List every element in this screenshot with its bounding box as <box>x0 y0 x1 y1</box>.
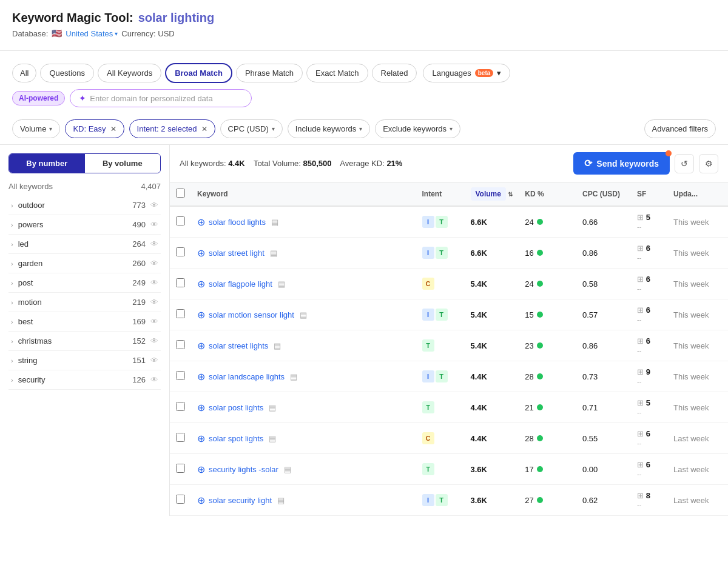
sidebar-item[interactable]: › best 169 👁 <box>8 312 161 332</box>
keyword-link[interactable]: ⊕ solar flagpole light ▤ <box>197 278 410 290</box>
row-checkbox[interactable] <box>176 495 185 504</box>
domain-input-wrapper[interactable]: ✦ Enter domain for personalized data <box>70 89 252 107</box>
tab-phrase-match[interactable]: Phrase Match <box>236 64 303 82</box>
intent-filter-clear[interactable]: ✕ <box>201 125 207 133</box>
serp-icon[interactable]: ⊞ <box>637 491 644 500</box>
serp-icon[interactable]: ⊞ <box>637 398 644 407</box>
keyword-link[interactable]: ⊕ solar spot lights ▤ <box>197 433 410 444</box>
tab-all-keywords[interactable]: All Keywords <box>98 64 161 82</box>
sidebar-item[interactable]: › christmas 152 👁 <box>8 332 161 351</box>
serp-icon[interactable]: ⊞ <box>637 367 644 376</box>
serp-icon[interactable]: ⊞ <box>637 460 644 469</box>
database-selector[interactable]: United States ▾ <box>66 29 118 38</box>
keyword-link[interactable]: ⊕ security lights -solar ▤ <box>197 464 410 475</box>
eye-icon[interactable]: 👁 <box>150 356 158 365</box>
add-icon[interactable]: ⊕ <box>197 464 205 475</box>
serp-icon[interactable]: ⊞ <box>637 306 644 315</box>
keyword-link[interactable]: ⊕ solar street lights ▤ <box>197 340 410 352</box>
select-all-checkbox[interactable] <box>176 189 185 198</box>
volume-filter[interactable]: Volume ▾ <box>12 119 60 138</box>
keyword-link[interactable]: ⊕ solar landscape lights ▤ <box>197 371 410 382</box>
sidebar-item-label: best <box>18 317 33 326</box>
serp-icon[interactable]: ⊞ <box>637 336 644 346</box>
sparkle-icon: ✦ <box>79 93 86 103</box>
add-icon[interactable]: ⊕ <box>197 495 205 506</box>
row-checkbox[interactable] <box>176 433 185 442</box>
sidebar-by-volume-btn[interactable]: By volume <box>85 154 161 173</box>
serp-icon[interactable]: ⊞ <box>637 213 644 222</box>
sidebar-item[interactable]: › motion 219 👁 <box>8 293 161 312</box>
add-icon[interactable]: ⊕ <box>197 433 205 444</box>
send-keywords-button[interactable]: ⟳ Send keywords <box>573 152 670 175</box>
tab-questions[interactable]: Questions <box>40 64 94 82</box>
kd-filter[interactable]: KD: Easy ✕ <box>65 119 124 138</box>
sidebar-item[interactable]: › garden 260 👁 <box>8 254 161 273</box>
cpc-filter[interactable]: CPC (USD) ▾ <box>220 119 283 138</box>
volume-cell: 6.6K <box>465 206 519 238</box>
add-icon[interactable]: ⊕ <box>197 309 205 321</box>
add-icon[interactable]: ⊕ <box>197 278 205 290</box>
eye-icon[interactable]: 👁 <box>150 239 158 249</box>
sidebar-item-count: 126 <box>132 375 146 384</box>
languages-dropdown[interactable]: Languages beta ▾ <box>423 64 510 82</box>
eye-icon[interactable]: 👁 <box>150 278 158 287</box>
tab-broad-match[interactable]: Broad Match <box>165 63 232 83</box>
keyword-cell: ⊕ solar motion sensor light ▤ <box>191 299 416 330</box>
updated-cell: Last week <box>667 454 728 485</box>
chevron-down-icon: ▾ <box>497 68 501 78</box>
row-checkbox[interactable] <box>176 371 185 380</box>
serp-icon[interactable]: ⊞ <box>637 244 644 253</box>
advanced-filters-button[interactable]: Advanced filters <box>644 119 716 138</box>
keyword-link[interactable]: ⊕ solar flood lights ▤ <box>197 216 410 228</box>
row-checkbox[interactable] <box>176 216 185 225</box>
th-volume[interactable]: Volume ⇅ <box>465 182 519 206</box>
row-checkbox[interactable] <box>176 402 185 411</box>
intent-filter[interactable]: Intent: 2 selected ✕ <box>129 119 215 138</box>
row-checkbox[interactable] <box>176 278 185 287</box>
add-icon[interactable]: ⊕ <box>197 340 205 352</box>
row-checkbox[interactable] <box>176 464 185 473</box>
keyword-link[interactable]: ⊕ solar street light ▤ <box>197 247 410 259</box>
eye-icon[interactable]: 👁 <box>150 298 158 307</box>
eye-icon[interactable]: 👁 <box>150 375 158 384</box>
refresh-button[interactable]: ↺ <box>675 154 694 173</box>
refresh-icon: ↺ <box>681 159 688 169</box>
row-checkbox[interactable] <box>176 340 185 349</box>
add-icon[interactable]: ⊕ <box>197 402 205 413</box>
sidebar-item[interactable]: › security 126 👁 <box>8 370 161 390</box>
eye-icon[interactable]: 👁 <box>150 259 158 268</box>
keyword-link[interactable]: ⊕ solar post lights ▤ <box>197 402 410 413</box>
serp-icon[interactable]: ⊞ <box>637 429 644 438</box>
add-icon[interactable]: ⊕ <box>197 371 205 382</box>
intent-badge-i: I <box>422 216 434 228</box>
eye-icon[interactable]: 👁 <box>150 336 158 346</box>
sidebar-item[interactable]: › powers 490 👁 <box>8 215 161 235</box>
settings-button[interactable]: ⚙ <box>699 154 718 173</box>
tab-related[interactable]: Related <box>372 64 417 82</box>
keyword-link[interactable]: ⊕ solar motion sensor light ▤ <box>197 309 410 321</box>
eye-icon[interactable]: 👁 <box>150 220 158 229</box>
sidebar-item-label: garden <box>18 259 42 268</box>
sidebar-item-count: 264 <box>132 239 146 249</box>
keyword-link[interactable]: ⊕ solar security light ▤ <box>197 495 410 506</box>
eye-icon[interactable]: 👁 <box>150 201 158 210</box>
eye-icon[interactable]: 👁 <box>150 317 158 326</box>
sf-number: 5 <box>646 398 650 407</box>
sidebar-item[interactable]: › led 264 👁 <box>8 235 161 254</box>
serp-icon[interactable]: ⊞ <box>637 275 644 284</box>
exclude-keywords-filter[interactable]: Exclude keywords ▾ <box>375 119 460 138</box>
kd-filter-clear[interactable]: ✕ <box>110 125 116 133</box>
tab-exact-match[interactable]: Exact Match <box>306 64 368 82</box>
sidebar-item[interactable]: › outdoor 773 👁 <box>8 196 161 215</box>
sidebar-item[interactable]: › post 249 👁 <box>8 273 161 293</box>
keyword-text: solar landscape lights <box>209 372 285 381</box>
row-checkbox[interactable] <box>176 309 185 318</box>
intent-cell: IT <box>416 299 465 330</box>
add-icon[interactable]: ⊕ <box>197 247 205 259</box>
include-keywords-filter[interactable]: Include keywords ▾ <box>288 119 370 138</box>
tab-all[interactable]: All <box>12 64 36 82</box>
add-icon[interactable]: ⊕ <box>197 216 205 228</box>
row-checkbox[interactable] <box>176 247 185 256</box>
sidebar-item[interactable]: › string 151 👁 <box>8 351 161 370</box>
sidebar-by-number-btn[interactable]: By number <box>9 154 85 173</box>
